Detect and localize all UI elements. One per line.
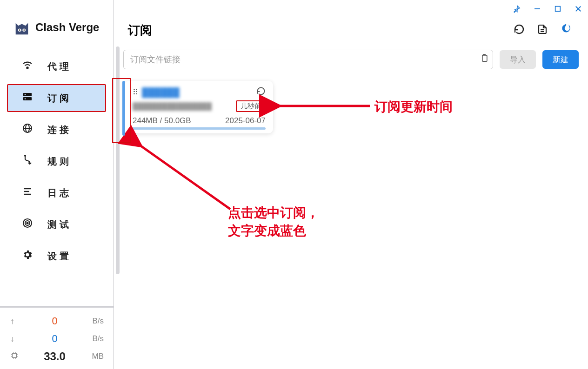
annotation-update-time: 订阅更新时间 — [374, 98, 453, 116]
stat-download: ↓ 0 B/s — [10, 330, 104, 348]
clipboard-icon[interactable] — [480, 54, 489, 66]
memory-unit: MB — [83, 352, 104, 361]
dns-icon — [21, 91, 33, 105]
chip-icon — [10, 351, 26, 362]
svg-rect-1 — [555, 7, 561, 12]
svg-point-23 — [27, 223, 28, 224]
toolbar: 导入 新建 — [114, 46, 588, 76]
download-unit: B/s — [83, 334, 104, 343]
fork-icon — [21, 154, 33, 168]
sidebar-item-rules[interactable]: 规 则 — [7, 148, 106, 175]
arrow-down-icon: ↓ — [10, 334, 26, 344]
new-button[interactable]: 新建 — [542, 50, 579, 69]
logs-icon — [21, 186, 33, 200]
target-icon — [21, 217, 33, 231]
sidebar-item-label: 代 理 — [47, 60, 69, 73]
profile-active-indicator — [122, 81, 125, 136]
upload-speed: 0 — [26, 315, 83, 327]
svg-rect-35 — [482, 55, 487, 61]
sidebar-item-label: 设 置 — [47, 250, 69, 263]
sidebar-item-subscription[interactable]: 订 阅 — [7, 85, 106, 112]
refresh-icon[interactable] — [256, 86, 266, 98]
globe-icon — [21, 123, 33, 137]
svg-rect-24 — [13, 353, 17, 357]
refresh-all-icon[interactable] — [514, 24, 525, 38]
profile-update-time: 几秒前 — [236, 101, 266, 112]
upload-unit: B/s — [83, 316, 104, 326]
url-input-container — [123, 50, 493, 69]
stat-memory: 33.0 MB — [10, 348, 104, 365]
profile-date: 2025-06-07 — [225, 116, 266, 125]
svg-point-13 — [25, 98, 26, 99]
sidebar-item-label: 日 志 — [47, 187, 69, 199]
subscription-url-input[interactable] — [130, 55, 473, 65]
profile-host: ████████████████ — [133, 102, 236, 110]
svg-point-17 — [25, 155, 26, 156]
profile-usage: 244MB / 50.0GB — [133, 116, 191, 125]
sidebar: Clash Verge 代 理 订 阅 连 接 规 则 日 志 测 试 — [0, 0, 114, 369]
scrollbar[interactable] — [116, 46, 120, 274]
profile-name: ██████ — [142, 87, 252, 98]
sidebar-item-label: 规 则 — [47, 155, 69, 168]
page-title: 订阅 — [128, 22, 507, 39]
window-controls — [512, 4, 583, 14]
drag-handle-icon[interactable]: ⠿ — [133, 88, 137, 97]
svg-point-12 — [25, 94, 26, 95]
import-button[interactable]: 导入 — [500, 50, 536, 69]
pin-icon[interactable] — [512, 4, 522, 14]
sidebar-item-label: 测 试 — [47, 218, 69, 231]
profile-progress — [133, 127, 266, 130]
app-name: Clash Verge — [35, 21, 99, 34]
sidebar-item-test[interactable]: 测 试 — [7, 211, 106, 238]
stat-upload: ↑ 0 B/s — [10, 312, 104, 330]
arrow-up-icon: ↑ — [10, 316, 26, 326]
file-icon[interactable] — [537, 24, 548, 38]
wifi-icon — [21, 59, 33, 73]
sidebar-item-settings[interactable]: 设 置 — [7, 243, 106, 270]
maximize-icon[interactable] — [553, 4, 563, 14]
cat-logo-icon — [13, 19, 31, 36]
app-logo: Clash Verge — [0, 0, 113, 48]
svg-line-37 — [140, 145, 230, 209]
main-panel: 订阅 导入 新建 ⠿ ██████ — [114, 0, 588, 369]
close-icon[interactable] — [573, 4, 583, 14]
annotation-select-profile: 点击选中订阅， 文字变成蓝色 — [228, 204, 319, 240]
sidebar-item-label: 订 阅 — [47, 92, 69, 105]
download-speed: 0 — [26, 333, 83, 345]
minimize-icon[interactable] — [532, 4, 542, 14]
profile-card[interactable]: ⠿ ██████ ████████████████ 几秒前 244MB / 50… — [124, 81, 273, 133]
sidebar-item-logs[interactable]: 日 志 — [7, 179, 106, 206]
svg-point-9 — [27, 67, 28, 68]
gear-icon — [21, 249, 33, 263]
sidebar-item-connections[interactable]: 连 接 — [7, 116, 106, 143]
memory-usage: 33.0 — [26, 350, 83, 363]
fire-icon[interactable] — [560, 23, 572, 38]
sidebar-item-label: 连 接 — [47, 124, 69, 136]
sidebar-item-proxy[interactable]: 代 理 — [7, 53, 106, 80]
stats-panel: ↑ 0 B/s ↓ 0 B/s 33.0 MB — [0, 306, 114, 369]
